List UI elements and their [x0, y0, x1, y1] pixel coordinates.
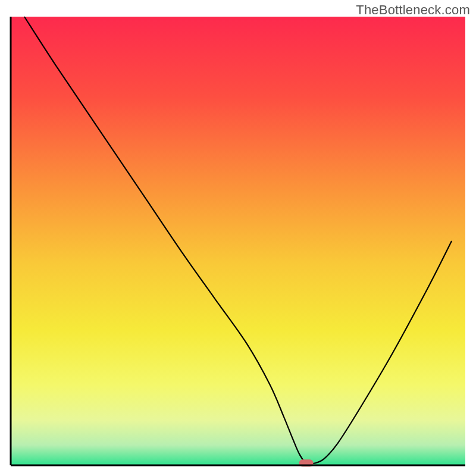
plot-background [11, 17, 465, 465]
chart-container: { "watermark": "TheBottleneck.com", "cha… [0, 0, 476, 476]
bottleneck-chart [0, 0, 476, 476]
watermark-label: TheBottleneck.com [356, 2, 470, 18]
